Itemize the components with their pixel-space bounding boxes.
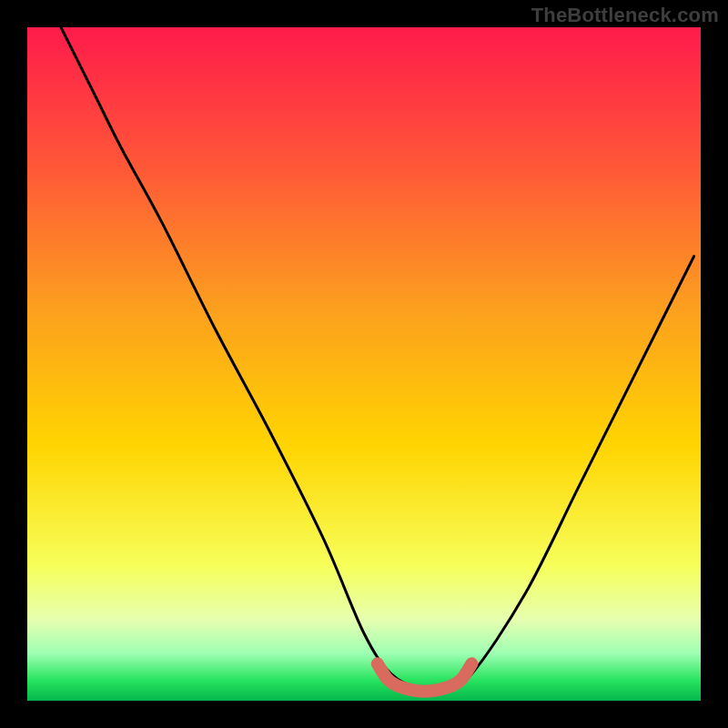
plot-background	[27, 27, 701, 701]
bottleneck-chart	[0, 0, 728, 728]
chart-frame: TheBottleneck.com	[0, 0, 728, 728]
watermark-text: TheBottleneck.com	[531, 4, 719, 27]
